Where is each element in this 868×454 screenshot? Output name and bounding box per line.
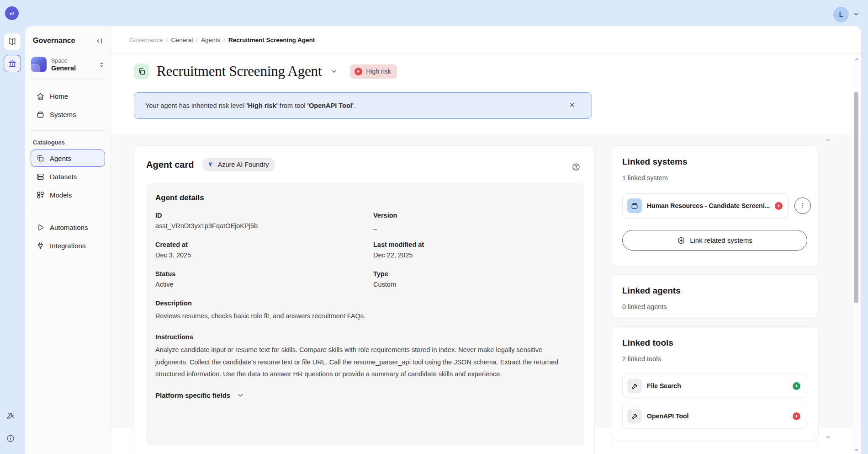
plus-circle-icon <box>677 236 685 245</box>
rail-info-button[interactable] <box>6 434 15 443</box>
link-related-systems-button[interactable]: Link related systems <box>622 230 807 251</box>
agents-copy-icon <box>36 154 45 163</box>
collapse-sidebar-icon <box>95 37 103 45</box>
scroll-down-icon[interactable] <box>854 449 859 452</box>
linked-systems-card: Linked systems 1 linked system Human Res… <box>611 145 819 267</box>
sidebar-item-label: Integrations <box>50 242 85 250</box>
description-text: Reviews resumes, checks basic role fit, … <box>155 310 575 322</box>
risk-badge-label: High risk <box>366 68 391 75</box>
right-panel-scroll-up-icon[interactable] <box>826 138 831 141</box>
title-chevron-down-icon[interactable] <box>330 67 338 75</box>
app-sheet: Governance Space General Home <box>25 26 861 454</box>
field-id: ID asst_VRnDt3yx1p3FqatOEjoKPj5b <box>155 212 373 230</box>
breadcrumb-separator: / <box>196 37 198 43</box>
field-created-at: Created at Dec 3, 2025 <box>155 241 373 259</box>
sidebar-item-label: Datasets <box>50 173 77 181</box>
scroll-up-icon[interactable] <box>854 58 859 60</box>
field-value: Dec 22, 2025 <box>373 251 575 259</box>
rail-tools-button[interactable] <box>6 411 16 421</box>
sidebar-divider <box>31 80 105 80</box>
linked-tools-card: Linked tools 2 linked tools File Search <box>611 326 819 440</box>
page-content: Agent card Azure AI Foundry <box>111 135 861 428</box>
instructions-text: Analyze candidate input or resume text f… <box>155 344 575 380</box>
breadcrumb-item[interactable]: General <box>171 37 193 43</box>
user-avatar[interactable]: L <box>833 7 849 22</box>
sidebar-collapse-button[interactable] <box>95 37 103 45</box>
sidebar-item-datasets[interactable]: Datasets <box>31 168 105 185</box>
app-logo[interactable] <box>5 6 19 20</box>
sidebar-item-systems[interactable]: Systems <box>31 106 105 123</box>
help-icon[interactable] <box>572 162 581 171</box>
field-label: Description <box>155 299 575 307</box>
platform-specific-fields-toggle[interactable]: Platform specific fields <box>155 391 575 399</box>
rail-governance-button[interactable] <box>4 55 21 72</box>
ellipsis-vertical-icon <box>799 202 806 209</box>
field-version: Version _ <box>373 212 575 230</box>
sidebar-item-agents[interactable]: Agents <box>31 150 105 167</box>
main-scrollbar-thumb[interactable] <box>854 92 858 303</box>
sidebar-divider <box>31 130 105 131</box>
play-icon <box>36 223 45 232</box>
sidebar-item-label: Agents <box>50 155 71 162</box>
field-description: Description Reviews resumes, checks basi… <box>155 299 575 322</box>
platform-badge: Azure AI Foundry <box>202 158 275 171</box>
linked-tool-item[interactable]: File Search <box>622 374 807 398</box>
main-scroll-area: Recruitment Screening Agent High risk <box>111 54 861 454</box>
next-card-edge <box>611 442 819 445</box>
alert-text: from tool <box>278 102 307 109</box>
space-label: Space <box>51 58 98 64</box>
sidebar-item-integrations[interactable]: Integrations <box>31 237 105 254</box>
breadcrumb-item[interactable]: Agents <box>201 37 220 43</box>
alert-tool-name: 'OpenAPI Tool' <box>307 102 354 109</box>
field-value: Dec 3, 2025 <box>155 251 373 259</box>
breadcrumb: Governance / General / Agents / Recruitm… <box>111 26 861 54</box>
info-icon <box>6 434 15 443</box>
sidebar-item-automations[interactable]: Automations <box>31 219 105 236</box>
wrench-icon <box>627 379 642 393</box>
linked-system-menu-button[interactable] <box>794 198 811 214</box>
main-area: Governance / General / Agents / Recruitm… <box>111 26 861 454</box>
sidebar: Governance Space General Home <box>25 26 111 454</box>
linked-agents-count: 0 linked agents <box>622 303 807 310</box>
rail-docs-button[interactable] <box>4 33 21 50</box>
field-label: Created at <box>155 241 373 248</box>
linked-tool-item[interactable]: OpenAPI Tool <box>622 404 807 428</box>
field-last-modified-at: Last modified at Dec 22, 2025 <box>373 241 575 259</box>
right-panel-scroll-down-icon[interactable] <box>826 436 831 439</box>
sidebar-item-models[interactable]: Models <box>31 186 105 203</box>
field-status: Status Active <box>155 270 373 288</box>
platform-badge-label: Azure AI Foundry <box>217 161 269 168</box>
field-type: Type Custom <box>373 270 575 288</box>
breadcrumb-item[interactable]: Governance <box>129 37 163 43</box>
app-root: L Governance Space General <box>0 0 868 454</box>
field-instructions: Instructions Analyze candidate input or … <box>155 333 575 380</box>
risk-badge: High risk <box>350 64 397 79</box>
space-selector[interactable]: Space General <box>31 57 105 72</box>
sidebar-item-home[interactable]: Home <box>31 87 105 105</box>
platform-fields-label: Platform specific fields <box>155 391 230 399</box>
field-label: Status <box>155 270 373 278</box>
alert-close-icon[interactable] <box>569 101 576 108</box>
sidebar-item-label: Home <box>50 92 68 100</box>
sidebar-section-catalogues: Catalogues <box>33 139 111 146</box>
account-chevron-down-icon[interactable] <box>852 11 860 18</box>
field-value: Active <box>155 281 373 288</box>
alert-text: . <box>354 102 355 109</box>
field-label: Version <box>373 212 575 219</box>
home-icon <box>36 92 45 101</box>
main-scrollbar-track[interactable] <box>853 54 860 454</box>
field-value: _ <box>373 222 575 230</box>
field-label: Last modified at <box>373 241 575 248</box>
sidebar-divider <box>31 211 105 211</box>
linked-tools-count: 2 linked tools <box>622 355 807 363</box>
breadcrumb-separator: / <box>166 37 168 43</box>
field-value: Custom <box>373 281 575 288</box>
plug-icon <box>36 241 45 250</box>
logo-squiggle-icon <box>8 9 16 18</box>
breadcrumb-item-current: Recruitment Screening Agent <box>228 37 315 43</box>
field-label: Type <box>373 270 575 278</box>
page-title: Recruitment Screening Agent <box>157 63 322 80</box>
high-risk-bolt-icon <box>775 202 783 210</box>
sidebar-item-label: Automations <box>50 224 88 231</box>
linked-system-item[interactable]: Human Resources - Candidate Screeni... <box>622 193 789 218</box>
